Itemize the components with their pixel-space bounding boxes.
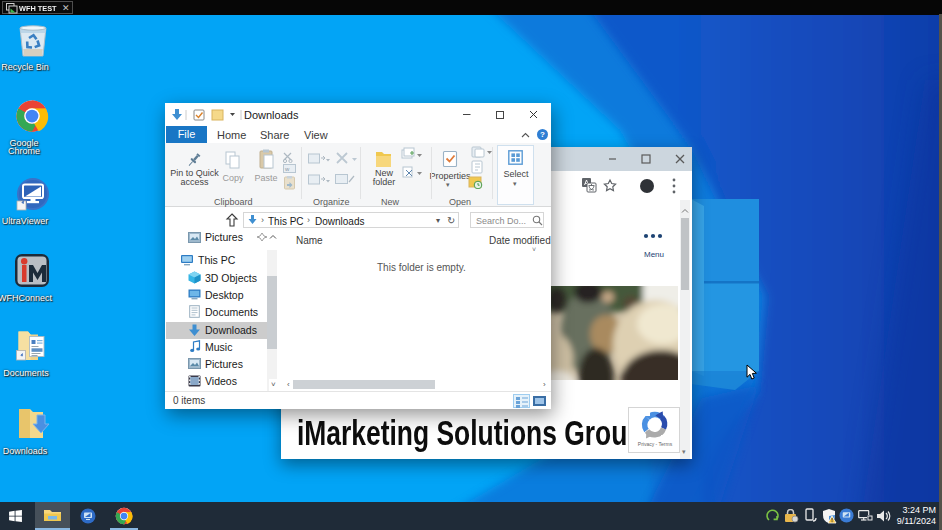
svg-text:w: w	[284, 166, 290, 172]
